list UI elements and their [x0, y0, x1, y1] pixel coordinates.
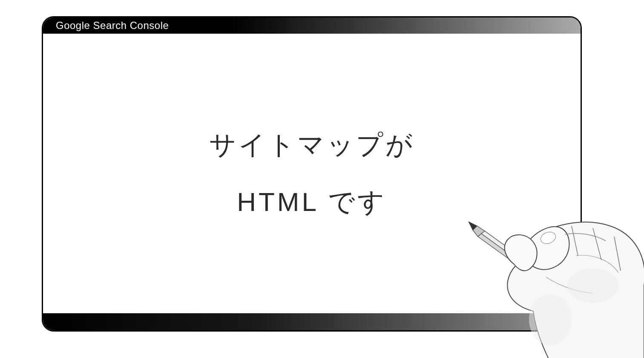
titlebar: Google Search Console: [43, 17, 581, 34]
window-title: Google Search Console: [56, 20, 169, 32]
svg-rect-4: [591, 307, 608, 323]
content-area: サイトマップが HTML です: [43, 34, 581, 313]
message-line-2: HTML です: [237, 184, 387, 220]
app-window: Google Search Console サイトマップが HTML です: [42, 16, 582, 332]
bottombar: [43, 313, 581, 330]
message-line-1: サイトマップが: [209, 127, 415, 163]
